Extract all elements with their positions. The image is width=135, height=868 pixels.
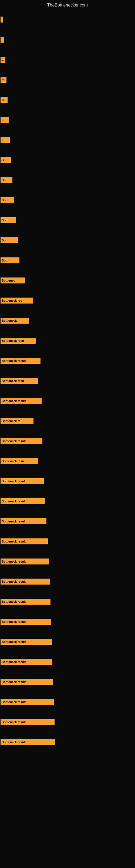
bar-label: B <box>2 98 4 101</box>
site-title-container: TheBottlenecker.com <box>0 0 135 9</box>
bars-chart: EmBEEBBoBoBottBolBottBottlenecBottleneck… <box>0 9 135 745</box>
bar-label: Bottleneck result <box>2 741 26 744</box>
bar-item: B <box>0 97 135 103</box>
bar-item: Bottleneck result <box>0 699 135 705</box>
bar-item: Bottleneck result <box>0 719 135 725</box>
bar-item <box>0 37 135 42</box>
bar-label: Bottleneck resu <box>2 379 24 382</box>
bar-label: E <box>2 118 3 122</box>
bar-label: Bott <box>2 219 8 222</box>
bar-item <box>0 17 135 23</box>
bar-item: Bottleneck result <box>0 498 135 504</box>
bar-item: E <box>0 117 135 123</box>
bar-item: Bottleneck re <box>0 418 135 424</box>
bar-label: Bottleneck result <box>2 701 26 704</box>
bar-label: Bott <box>2 259 8 262</box>
bar-label: Bottleneck result <box>2 540 26 543</box>
bar-label: Bottleneck result <box>2 620 26 623</box>
bar-label: Bottleneck result <box>2 580 26 583</box>
bar-label: Bottlenec <box>2 279 15 282</box>
bar-label: E <box>2 138 3 142</box>
bar-label: Bo <box>2 198 6 202</box>
bar-item: Bottleneck result <box>0 518 135 524</box>
bar-item: Bottleneck resu <box>0 458 135 464</box>
bar-item: Bottleneck resu <box>0 378 135 384</box>
bar-label: Bottleneck result <box>2 359 26 362</box>
bar-label: Bottleneck re <box>2 420 20 423</box>
bar-label: Bol <box>2 239 6 242</box>
bar-label: Bottleneck result <box>2 479 26 483</box>
bar-item: Bottleneck result <box>0 619 135 625</box>
bar-label: Bottleneck resu <box>2 339 24 342</box>
bar-item: Bottleneck result <box>0 599 135 604</box>
bar-item: Bottleneck result <box>0 438 135 444</box>
bar-label: Bo <box>2 179 6 182</box>
bar-item: Bottleneck result <box>0 558 135 564</box>
site-title: TheBottlenecker.com <box>0 0 135 9</box>
bar-item: Bottleneck result <box>0 639 135 645</box>
bar-item: Bottleneck result <box>0 478 135 484</box>
bar-item: Bottleneck result <box>0 398 135 404</box>
bar-label: Bottleneck result <box>2 560 26 563</box>
bar-label: Bottleneck <box>2 319 17 322</box>
bar-label: m <box>2 78 4 82</box>
bar-item: Bo <box>0 197 135 203</box>
bar-label: Bottleneck result <box>2 640 26 643</box>
bar-item: B <box>0 157 135 163</box>
bar-item: Bottleneck result <box>0 538 135 545</box>
bar-label: Bottleneck resu <box>2 460 24 463</box>
bar-label: B <box>2 158 4 162</box>
bar-item: Bo <box>0 177 135 183</box>
bar-item: Bottleneck result <box>0 579 135 585</box>
bar-label: Bottleneck result <box>2 439 26 443</box>
bar-label: Bottleneck res <box>2 299 22 302</box>
bar-item: Bottleneck result <box>0 358 135 364</box>
bar-item: Bottleneck res <box>0 298 135 304</box>
bar-item: Bott <box>0 217 135 223</box>
bar-item: Bottleneck result <box>0 679 135 685</box>
bar-label: Bottleneck result <box>2 500 26 503</box>
bar-item: Bottleneck result <box>0 739 135 745</box>
bar-item: Bott <box>0 257 135 264</box>
bar-label: Bottleneck result <box>2 660 26 663</box>
bar-label: Bottleneck result <box>2 680 26 684</box>
bar-item: E <box>0 57 135 63</box>
bar-label: Bottleneck result <box>2 520 26 523</box>
bar-label: Bottleneck result <box>2 399 26 403</box>
bar-item: Bottleneck result <box>0 659 135 665</box>
bar-label: Bottleneck result <box>2 720 26 724</box>
bar-item: E <box>0 137 135 143</box>
bar-item: Bottleneck <box>0 318 135 323</box>
bar-item: Bottleneck resu <box>0 338 135 344</box>
bar-item: m <box>0 77 135 83</box>
bar-item: Bol <box>0 237 135 243</box>
bar-label: E <box>2 58 3 61</box>
bar-item: Bottlenec <box>0 278 135 283</box>
bar-label: Bottleneck result <box>2 600 26 603</box>
